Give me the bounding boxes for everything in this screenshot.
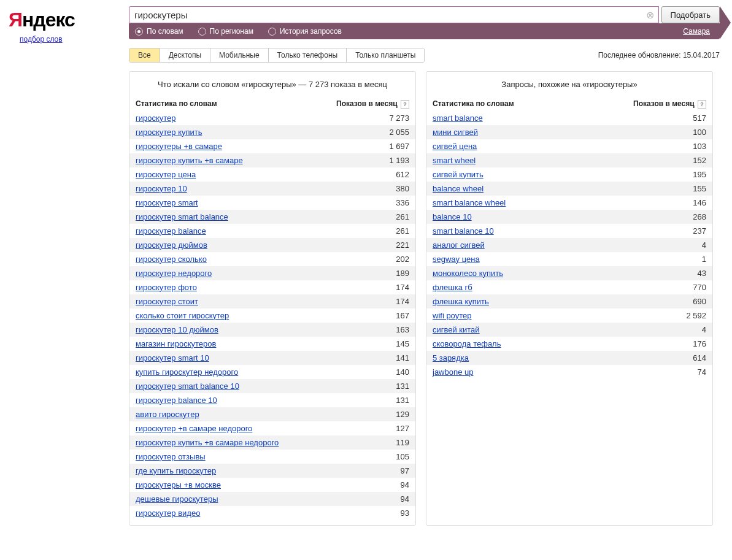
tab-tablets[interactable]: Только планшеты [347, 48, 424, 62]
radio-dot-icon [268, 28, 276, 36]
table-row: segway цена1 [426, 252, 712, 266]
logo-subtitle-link[interactable]: подбор слов [20, 35, 63, 44]
table-row: магазин гироскутеров145 [129, 337, 415, 351]
keyword-link[interactable]: гироскутер стоит [136, 297, 198, 306]
keyword-link[interactable]: гироскутер 10 дюймов [136, 325, 218, 334]
keyword-link[interactable]: гироскутер купить [136, 128, 202, 137]
table-row: гироскутер balance261 [129, 224, 415, 238]
keyword-link[interactable]: гироскутер balance 10 [136, 396, 217, 405]
keyword-link[interactable]: wifi роутер [433, 311, 471, 320]
keyword-link[interactable]: гироскутер недорого [136, 269, 212, 278]
filter-by-words-label: По словам [147, 27, 183, 36]
tab-phones[interactable]: Только телефоны [269, 48, 347, 62]
keyword-link[interactable]: smart wheel [433, 156, 476, 165]
keyword-link[interactable]: гироскутеры +в самаре [136, 142, 222, 151]
clear-icon[interactable]: ⊗ [642, 7, 658, 23]
keyword-link[interactable]: магазин гироскутеров [136, 339, 216, 348]
tab-all[interactable]: Все [129, 48, 160, 62]
keyword-link[interactable]: smart balance wheel [433, 198, 506, 207]
table-row: гироскутер7 273 [129, 111, 415, 125]
keyword-link[interactable]: сколько стоит гироскутер [136, 311, 229, 320]
count-value: 2 592 [633, 311, 706, 320]
keyword-link[interactable]: сковорода тефаль [433, 339, 501, 348]
table-row: флешка гб770 [426, 280, 712, 294]
keyword-link[interactable]: гироскутеры +в москве [136, 480, 221, 489]
count-value: 1 [633, 255, 706, 264]
count-value: 4 [633, 240, 706, 250]
count-value: 268 [633, 212, 706, 221]
count-value: 1 193 [336, 156, 409, 165]
help-icon[interactable]: ? [698, 100, 706, 109]
left-col-count: Показов в месяц [336, 99, 398, 108]
table-row: сигвей китай4 [426, 323, 712, 337]
filter-by-words[interactable]: По словам [135, 27, 183, 36]
table-row: гироскутер купить +в самаре недорого119 [129, 435, 415, 450]
count-value: 119 [336, 438, 409, 447]
keyword-link[interactable]: флешка гб [433, 283, 472, 292]
tab-desktops[interactable]: Десктопы [160, 48, 210, 62]
table-row: гироскутер 10380 [129, 182, 415, 196]
keyword-link[interactable]: гироскутер купить +в самаре [136, 156, 243, 165]
count-value: 195 [633, 170, 706, 179]
submit-button[interactable]: Подобрать [661, 6, 720, 23]
count-value: 261 [336, 226, 409, 236]
keyword-link[interactable]: гироскутер smart balance [136, 212, 228, 221]
count-value: 614 [633, 353, 706, 362]
region-selector[interactable]: Самара [683, 27, 714, 36]
count-value: 7 273 [336, 113, 409, 123]
keyword-link[interactable]: гироскутер цена [136, 170, 196, 179]
keyword-link[interactable]: гироскутер купить +в самаре недорого [136, 438, 279, 447]
table-row: гироскутер smart balance 10131 [129, 379, 415, 393]
count-value: 202 [336, 255, 409, 264]
tab-mobile[interactable]: Мобильные [210, 48, 269, 62]
keyword-link[interactable]: сигвей китай [433, 325, 480, 334]
search-input[interactable] [129, 7, 642, 23]
keyword-link[interactable]: флешка купить [433, 297, 489, 306]
keyword-link[interactable]: segway цена [433, 255, 480, 264]
keyword-link[interactable]: гироскутер фото [136, 283, 197, 292]
count-value: 237 [633, 226, 706, 236]
keyword-link[interactable]: моноколесо купить [433, 269, 503, 278]
help-icon[interactable]: ? [401, 100, 409, 109]
table-row: где купить гироскутер97 [129, 464, 415, 478]
filter-history[interactable]: История запросов [268, 27, 342, 36]
logo[interactable]: Яндекс [9, 10, 129, 29]
keyword-link[interactable]: купить гироскутер недорого [136, 367, 238, 377]
right-col-count: Показов в месяц [633, 99, 695, 108]
keyword-link[interactable]: гироскутер +в самаре недорого [136, 424, 252, 433]
keyword-link[interactable]: гироскутер smart balance 10 [136, 382, 239, 391]
keyword-link[interactable]: гироскутер отзывы [136, 452, 206, 461]
count-value: 100 [633, 128, 706, 137]
table-row: сигвей купить195 [426, 167, 712, 182]
keyword-link[interactable]: где купить гироскутер [136, 466, 216, 475]
keyword-link[interactable]: дешевые гироскутеры [136, 494, 218, 504]
count-value: 97 [336, 466, 409, 475]
table-row: гироскутер отзывы105 [129, 450, 415, 464]
keyword-link[interactable]: аналог сигвей [433, 240, 485, 250]
keyword-link[interactable]: balance 10 [433, 212, 472, 221]
keyword-link[interactable]: гироскутер [136, 113, 176, 123]
keyword-link[interactable]: гироскутер smart 10 [136, 353, 209, 362]
keyword-link[interactable]: сигвей купить [433, 170, 484, 179]
keyword-link[interactable]: гироскутер smart [136, 198, 198, 207]
keyword-link[interactable]: 5 зарядка [433, 353, 469, 362]
keyword-link[interactable]: гироскутер balance [136, 226, 206, 236]
filter-by-regions[interactable]: По регионам [198, 27, 253, 36]
table-row: гироскутер цена612 [129, 167, 415, 182]
filters-bar: По словам По регионам История запросов С… [129, 23, 720, 39]
keyword-link[interactable]: smart balance [433, 113, 483, 123]
table-row: дешевые гироскутеры94 [129, 492, 415, 506]
keyword-link[interactable]: гироскутер 10 [136, 184, 187, 193]
keyword-link[interactable]: smart balance 10 [433, 226, 494, 236]
keyword-link[interactable]: гироскутер дюймов [136, 240, 207, 250]
keyword-link[interactable]: мини сигвей [433, 128, 478, 137]
keyword-link[interactable]: balance wheel [433, 184, 484, 193]
right-panel-title: Запросы, похожие на «гироскутеры» [426, 72, 712, 97]
keyword-link[interactable]: авито гироскутер [136, 410, 199, 419]
keyword-link[interactable]: гироскутер сколько [136, 255, 207, 264]
count-value: 145 [336, 339, 409, 348]
device-tabs: Все Десктопы Мобильные Только телефоны Т… [129, 48, 425, 63]
keyword-link[interactable]: гироскутер видео [136, 508, 200, 518]
keyword-link[interactable]: jawbone up [433, 367, 474, 377]
keyword-link[interactable]: сигвей цена [433, 142, 477, 151]
